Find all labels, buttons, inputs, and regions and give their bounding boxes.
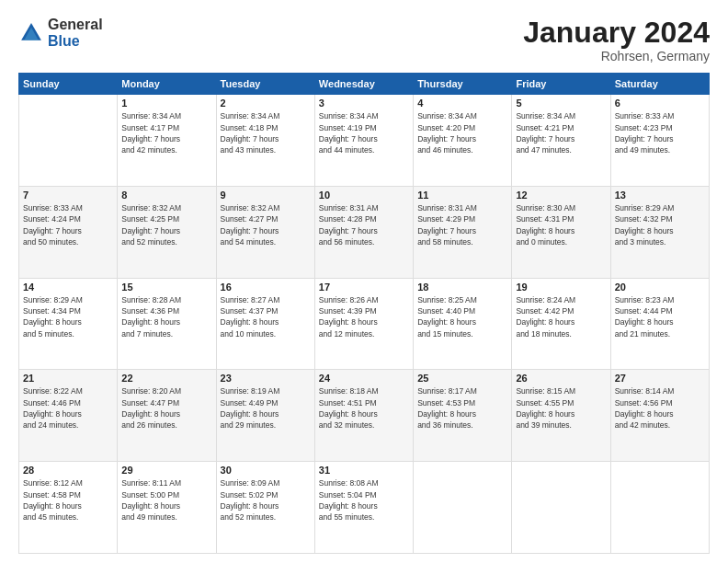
header-row: SundayMondayTuesdayWednesdayThursdayFrid…	[19, 74, 710, 95]
cell-info: Sunrise: 8:22 AMSunset: 4:46 PMDaylight:…	[23, 385, 113, 431]
calendar-cell: 27Sunrise: 8:14 AMSunset: 4:56 PMDayligh…	[610, 370, 709, 462]
calendar-cell: 3Sunrise: 8:34 AMSunset: 4:19 PMDaylight…	[314, 95, 413, 187]
calendar-cell: 5Sunrise: 8:34 AMSunset: 4:21 PMDaylight…	[512, 95, 610, 187]
logo-general: General	[48, 17, 103, 33]
day-number: 25	[417, 373, 507, 384]
calendar-cell: 29Sunrise: 8:11 AMSunset: 5:00 PMDayligh…	[118, 462, 216, 554]
logo-icon	[18, 20, 44, 46]
cell-info: Sunrise: 8:23 AMSunset: 4:44 PMDaylight:…	[615, 294, 705, 339]
col-header-thursday: Thursday	[414, 74, 512, 95]
day-number: 31	[319, 465, 409, 476]
calendar-cell: 23Sunrise: 8:19 AMSunset: 4:49 PMDayligh…	[216, 370, 314, 462]
calendar-cell: 26Sunrise: 8:15 AMSunset: 4:55 PMDayligh…	[512, 370, 610, 462]
day-number: 26	[516, 373, 606, 384]
location: Rohrsen, Germany	[523, 49, 710, 63]
calendar-cell: 25Sunrise: 8:17 AMSunset: 4:53 PMDayligh…	[414, 370, 512, 462]
calendar-cell: 6Sunrise: 8:33 AMSunset: 4:23 PMDaylight…	[610, 95, 709, 187]
cell-info: Sunrise: 8:33 AMSunset: 4:24 PMDaylight:…	[23, 202, 113, 247]
cell-info: Sunrise: 8:34 AMSunset: 4:18 PMDaylight:…	[221, 110, 311, 155]
cell-info: Sunrise: 8:08 AMSunset: 5:04 PMDaylight:…	[319, 477, 409, 523]
calendar-cell: 11Sunrise: 8:31 AMSunset: 4:29 PMDayligh…	[414, 186, 512, 278]
day-number: 18	[417, 282, 507, 293]
calendar-cell: 14Sunrise: 8:29 AMSunset: 4:34 PMDayligh…	[19, 278, 118, 370]
cell-info: Sunrise: 8:14 AMSunset: 4:56 PMDaylight:…	[615, 385, 705, 431]
day-number: 17	[319, 282, 409, 293]
calendar-cell: 1Sunrise: 8:34 AMSunset: 4:17 PMDaylight…	[118, 95, 216, 187]
day-number: 23	[221, 373, 311, 384]
day-number: 13	[615, 190, 705, 201]
day-number: 24	[319, 373, 409, 384]
day-number: 2	[221, 98, 311, 109]
day-number: 4	[417, 98, 507, 109]
calendar-cell: 20Sunrise: 8:23 AMSunset: 4:44 PMDayligh…	[610, 278, 709, 370]
calendar-cell: 13Sunrise: 8:29 AMSunset: 4:32 PMDayligh…	[610, 186, 709, 278]
day-number: 29	[121, 465, 211, 476]
logo-blue: Blue	[48, 33, 103, 50]
calendar-cell	[414, 462, 512, 554]
cell-info: Sunrise: 8:34 AMSunset: 4:21 PMDaylight:…	[516, 110, 606, 155]
calendar-cell: 31Sunrise: 8:08 AMSunset: 5:04 PMDayligh…	[314, 462, 413, 554]
calendar-cell	[19, 95, 118, 187]
day-number: 9	[221, 190, 311, 201]
calendar-cell: 16Sunrise: 8:27 AMSunset: 4:37 PMDayligh…	[216, 278, 314, 370]
cell-info: Sunrise: 8:28 AMSunset: 4:36 PMDaylight:…	[121, 294, 211, 339]
calendar-cell: 10Sunrise: 8:31 AMSunset: 4:28 PMDayligh…	[314, 186, 413, 278]
day-number: 12	[516, 190, 606, 201]
calendar-cell: 2Sunrise: 8:34 AMSunset: 4:18 PMDaylight…	[216, 95, 314, 187]
day-number: 27	[615, 373, 705, 384]
cell-info: Sunrise: 8:31 AMSunset: 4:28 PMDaylight:…	[319, 202, 409, 247]
col-header-friday: Friday	[512, 74, 610, 95]
cell-info: Sunrise: 8:29 AMSunset: 4:32 PMDaylight:…	[615, 202, 705, 247]
cell-info: Sunrise: 8:34 AMSunset: 4:20 PMDaylight:…	[417, 110, 507, 155]
cell-info: Sunrise: 8:12 AMSunset: 4:58 PMDaylight:…	[23, 477, 113, 523]
calendar-cell	[610, 462, 709, 554]
calendar-cell: 7Sunrise: 8:33 AMSunset: 4:24 PMDaylight…	[19, 186, 118, 278]
day-number: 3	[319, 98, 409, 109]
day-number: 11	[417, 190, 507, 201]
cell-info: Sunrise: 8:34 AMSunset: 4:19 PMDaylight:…	[319, 110, 409, 155]
calendar-cell: 22Sunrise: 8:20 AMSunset: 4:47 PMDayligh…	[118, 370, 216, 462]
cell-info: Sunrise: 8:32 AMSunset: 4:25 PMDaylight:…	[121, 202, 211, 247]
cell-info: Sunrise: 8:18 AMSunset: 4:51 PMDaylight:…	[319, 385, 409, 431]
day-number: 21	[23, 373, 113, 384]
calendar-cell: 24Sunrise: 8:18 AMSunset: 4:51 PMDayligh…	[314, 370, 413, 462]
day-number: 19	[516, 282, 606, 293]
week-row-1: 1Sunrise: 8:34 AMSunset: 4:17 PMDaylight…	[19, 95, 710, 187]
day-number: 30	[221, 465, 311, 476]
cell-info: Sunrise: 8:30 AMSunset: 4:31 PMDaylight:…	[516, 202, 606, 247]
day-number: 15	[121, 282, 211, 293]
calendar-cell: 15Sunrise: 8:28 AMSunset: 4:36 PMDayligh…	[118, 278, 216, 370]
calendar-cell: 17Sunrise: 8:26 AMSunset: 4:39 PMDayligh…	[314, 278, 413, 370]
calendar-cell: 9Sunrise: 8:32 AMSunset: 4:27 PMDaylight…	[216, 186, 314, 278]
day-number: 14	[23, 282, 113, 293]
calendar-cell: 8Sunrise: 8:32 AMSunset: 4:25 PMDaylight…	[118, 186, 216, 278]
col-header-sunday: Sunday	[19, 74, 118, 95]
day-number: 16	[221, 282, 311, 293]
day-number: 10	[319, 190, 409, 201]
cell-info: Sunrise: 8:31 AMSunset: 4:29 PMDaylight:…	[417, 202, 507, 247]
day-number: 20	[615, 282, 705, 293]
calendar-cell: 21Sunrise: 8:22 AMSunset: 4:46 PMDayligh…	[19, 370, 118, 462]
cell-info: Sunrise: 8:25 AMSunset: 4:40 PMDaylight:…	[417, 294, 507, 339]
day-number: 22	[121, 373, 211, 384]
day-number: 7	[23, 190, 113, 201]
cell-info: Sunrise: 8:15 AMSunset: 4:55 PMDaylight:…	[516, 385, 606, 431]
calendar-body: 1Sunrise: 8:34 AMSunset: 4:17 PMDaylight…	[19, 95, 710, 554]
cell-info: Sunrise: 8:34 AMSunset: 4:17 PMDaylight:…	[121, 110, 211, 155]
cell-info: Sunrise: 8:20 AMSunset: 4:47 PMDaylight:…	[121, 385, 211, 431]
col-header-monday: Monday	[118, 74, 216, 95]
title-block: January 2024 Rohrsen, Germany	[523, 17, 710, 63]
calendar-cell: 28Sunrise: 8:12 AMSunset: 4:58 PMDayligh…	[19, 462, 118, 554]
day-number: 1	[121, 98, 211, 109]
calendar-cell: 19Sunrise: 8:24 AMSunset: 4:42 PMDayligh…	[512, 278, 610, 370]
cell-info: Sunrise: 8:33 AMSunset: 4:23 PMDaylight:…	[615, 110, 705, 155]
logo-text: General Blue	[48, 17, 103, 49]
col-header-tuesday: Tuesday	[216, 74, 314, 95]
day-number: 6	[615, 98, 705, 109]
week-row-4: 21Sunrise: 8:22 AMSunset: 4:46 PMDayligh…	[19, 370, 710, 462]
month-title: January 2024	[523, 17, 710, 49]
logo: General Blue	[18, 17, 103, 49]
cell-info: Sunrise: 8:24 AMSunset: 4:42 PMDaylight:…	[516, 294, 606, 339]
cell-info: Sunrise: 8:32 AMSunset: 4:27 PMDaylight:…	[221, 202, 311, 247]
page: General Blue January 2024 Rohrsen, Germa…	[0, 0, 728, 563]
